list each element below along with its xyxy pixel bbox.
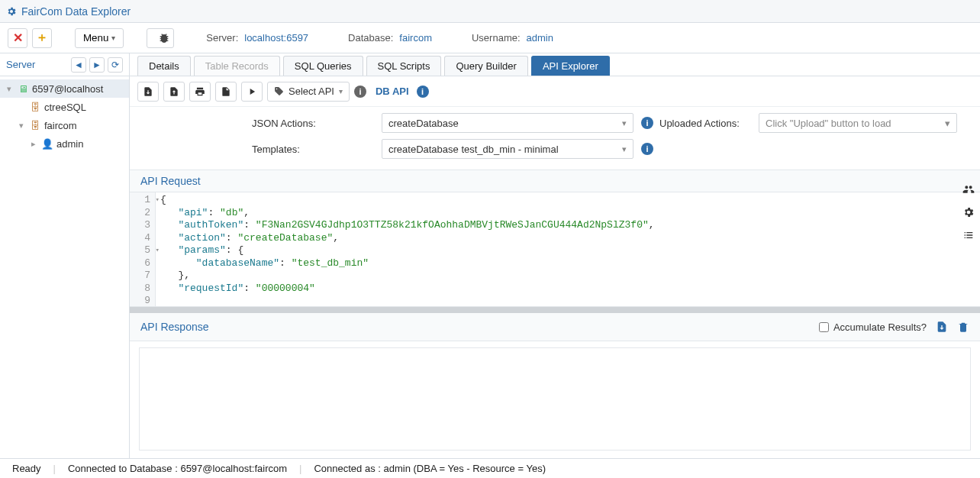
- line-number: 2: [130, 207, 150, 220]
- expand-icon: ▾: [5, 84, 14, 94]
- chevron-down-icon: ▾: [111, 34, 115, 42]
- api-request-editor[interactable]: 1 2 3 4 5 6 7 8 9 { "api": "db", "authTo…: [130, 192, 980, 307]
- username-info: Username: admin: [472, 32, 553, 44]
- tab-api-explorer[interactable]: API Explorer: [531, 56, 610, 76]
- menu-label: Menu: [83, 32, 108, 44]
- menu-button[interactable]: Menu ▾: [75, 28, 124, 48]
- accumulate-input[interactable]: [819, 322, 829, 332]
- sidebar-header: Server ◄ ► ⟳: [0, 53, 129, 76]
- line-number: 8: [130, 283, 150, 296]
- select-api-label: Select API: [289, 86, 334, 97]
- select-api-dropdown[interactable]: Select API ▾: [267, 82, 350, 102]
- chevron-down-icon: ▾: [339, 87, 343, 95]
- bug-icon: [158, 32, 170, 44]
- sidebar-title: Server: [6, 59, 35, 70]
- info-icon[interactable]: i: [641, 117, 653, 129]
- api-response-title: API Response: [140, 321, 209, 333]
- expand-icon: ▸: [29, 139, 38, 149]
- templates-value: createDatabase test_db_min - minimal: [388, 144, 559, 155]
- export-button[interactable]: [936, 321, 948, 333]
- tree-node-ctreesql[interactable]: 🗄 ctreeSQL: [0, 98, 129, 116]
- tab-sql-queries[interactable]: SQL Queries: [283, 56, 363, 76]
- line-number: 1: [130, 194, 150, 207]
- close-button[interactable]: ✕: [8, 28, 27, 48]
- json-actions-value: createDatabase: [388, 118, 459, 129]
- database-info: Database: faircom: [348, 32, 432, 44]
- templates-label: Templates:: [137, 144, 382, 155]
- tab-table-records: Table Records: [194, 56, 280, 76]
- info-icon[interactable]: i: [417, 86, 429, 98]
- api-request-header: API Request: [130, 170, 980, 192]
- horizontal-scrollbar[interactable]: [130, 307, 980, 313]
- api-form: JSON Actions: createDatabase ▾ i Uploade…: [130, 107, 980, 170]
- add-button[interactable]: ＋: [32, 28, 52, 48]
- app-title: FairCom Data Explorer: [21, 5, 131, 18]
- code-content[interactable]: { "api": "db", "authToken": "F3Nan2GSV4G…: [156, 192, 980, 306]
- db-api-link[interactable]: DB API: [376, 86, 409, 97]
- json-actions-label: JSON Actions:: [137, 118, 382, 129]
- chevron-down-icon: ▾: [622, 144, 627, 154]
- titlebar: FairCom Data Explorer: [0, 0, 980, 23]
- tree-node-faircom[interactable]: ▾ 🗄 faircom: [0, 116, 129, 134]
- templates-combo[interactable]: createDatabase test_db_min - minimal ▾: [382, 139, 633, 159]
- info-icon[interactable]: i: [641, 143, 653, 155]
- username-value: admin: [527, 32, 553, 44]
- clear-button[interactable]: [957, 321, 969, 333]
- nav-forward-button[interactable]: ►: [89, 57, 105, 73]
- uploaded-actions-label: Uploaded Actions:: [659, 118, 759, 129]
- tree-node-server[interactable]: ▾ 🖥 6597@localhost: [0, 79, 129, 98]
- chevron-down-icon: ▾: [945, 118, 950, 129]
- settings-icon[interactable]: [962, 206, 975, 218]
- status-bar: Ready | Connected to Database : 6597@loc…: [0, 458, 980, 478]
- info-icon[interactable]: i: [354, 86, 366, 98]
- username-label: Username:: [472, 32, 521, 44]
- document-icon: [221, 86, 231, 97]
- x-icon: ✕: [13, 31, 23, 45]
- bug-button[interactable]: [147, 28, 174, 48]
- status-connected-as: Connected as : admin (DBA = Yes - Resour…: [314, 463, 546, 474]
- tab-sql-scripts[interactable]: SQL Scripts: [366, 56, 442, 76]
- tab-details[interactable]: Details: [137, 56, 191, 76]
- status-connected-db: Connected to Database : 6597@localhost:f…: [68, 463, 287, 474]
- tree-node-admin[interactable]: ▸ 👤 admin: [0, 134, 129, 153]
- line-number: 7: [130, 270, 150, 283]
- server-value: localhost:6597: [244, 32, 308, 44]
- database-icon: 🗄: [29, 120, 41, 131]
- upload-icon: [143, 86, 153, 97]
- uploaded-actions-combo[interactable]: Click "Upload" button to load ▾: [759, 113, 957, 133]
- line-number: 9: [130, 295, 150, 308]
- print-icon: [195, 86, 205, 97]
- tree-label: admin: [56, 138, 83, 150]
- sidebar: Server ◄ ► ⟳ ▾ 🖥 6597@localhost 🗄 ctreeS…: [0, 53, 130, 458]
- list-icon[interactable]: [962, 229, 975, 241]
- server-info: Server: localhost:6597: [206, 32, 308, 44]
- upload-button[interactable]: [137, 82, 159, 102]
- json-actions-combo[interactable]: createDatabase ▾: [382, 113, 633, 133]
- uploaded-placeholder: Click "Upload" button to load: [766, 118, 891, 129]
- user-icon: 👤: [41, 138, 53, 150]
- api-response-header: API Response Accumulate Results?: [130, 313, 980, 341]
- line-number: 4: [130, 232, 150, 245]
- tab-query-builder[interactable]: Query Builder: [444, 56, 527, 76]
- play-icon: [247, 86, 257, 97]
- server-icon: 🖥: [17, 83, 29, 95]
- download-button[interactable]: [163, 82, 185, 102]
- content: Details Table Records SQL Queries SQL Sc…: [130, 53, 980, 458]
- gear-icon: [6, 6, 17, 17]
- status-ready: Ready: [12, 463, 41, 474]
- expand-icon: ▾: [17, 121, 26, 131]
- users-icon[interactable]: [962, 183, 975, 195]
- download-icon: [169, 86, 179, 97]
- tabs: Details Table Records SQL Queries SQL Sc…: [130, 53, 980, 76]
- database-icon: 🗄: [29, 102, 41, 113]
- tree-label: faircom: [44, 120, 77, 131]
- nav-back-button[interactable]: ◄: [71, 57, 86, 73]
- run-button[interactable]: [241, 82, 263, 102]
- top-toolbar: ✕ ＋ Menu ▾ Server: localhost:6597 Databa…: [0, 23, 980, 53]
- print-button[interactable]: [189, 82, 211, 102]
- accumulate-checkbox[interactable]: Accumulate Results?: [819, 321, 927, 333]
- copy-button[interactable]: [215, 82, 237, 102]
- refresh-button[interactable]: ⟳: [108, 57, 123, 73]
- api-response-body[interactable]: [139, 347, 971, 451]
- tree-label: ctreeSQL: [44, 102, 86, 113]
